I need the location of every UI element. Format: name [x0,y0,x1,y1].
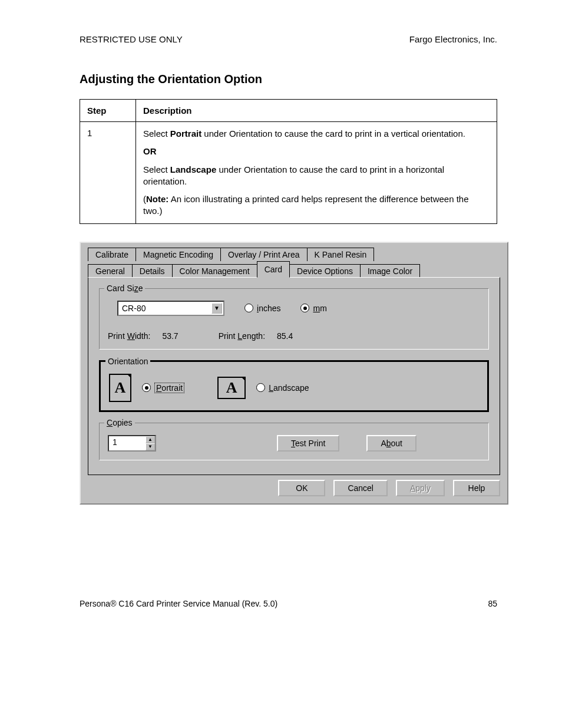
units-mm-radio[interactable]: mm [300,304,326,313]
tab-overlay-print-area[interactable]: Overlay / Print Area [220,248,307,261]
radio-icon [300,304,309,312]
radio-icon [256,383,265,392]
tabs-row-1: Calibrate Magnetic Encoding Overlay / Pr… [88,248,500,261]
tab-general[interactable]: General [88,264,133,278]
desc-portrait: Select Portrait under Orientation to cau… [143,128,490,140]
tab-calibrate[interactable]: Calibrate [88,248,136,261]
desc-or: OR [143,146,490,157]
table-row: 1 Select Portrait under Orientation to c… [80,122,497,224]
desc-landscape: Select Landscape under Orientation to ca… [143,164,490,188]
about-button[interactable]: About [366,435,416,452]
landscape-radio[interactable]: Landscape [256,383,309,393]
print-length-label: Print Length: [219,331,265,341]
orientation-group: Orientation A Portrait A Landscape [99,360,489,412]
col-description: Description [136,100,497,122]
chevron-down-icon[interactable]: ▼ [211,303,222,314]
dialog-buttons: OK Cancel Apply Help [88,480,500,496]
portrait-card-icon: A [109,374,131,402]
desc-note: (Note: An icon illustrating a printed ca… [143,193,490,218]
copies-legend: Copies [104,418,135,427]
card-size-value: CR-80 [122,304,146,313]
card-size-group: Card Size CR-80 ▼ inches mm [99,288,489,350]
landscape-card-icon: A [217,377,246,399]
cancel-button[interactable]: Cancel [333,480,388,496]
steps-table: Step Description 1 Select Portrait under… [80,99,497,224]
tab-color-management[interactable]: Color Management [172,264,257,278]
header-right: Fargo Electronics, Inc. [409,34,497,44]
card-size-dropdown[interactable]: CR-80 ▼ [117,301,224,316]
print-width-value: 53.7 [162,331,178,341]
test-print-button[interactable]: Test Print [277,435,339,452]
orientation-legend: Orientation [105,357,150,366]
card-size-legend: Card Size [104,284,145,293]
tab-k-panel-resin[interactable]: K Panel Resin [307,248,375,261]
help-button[interactable]: Help [453,480,500,496]
tabs-row-2: General Details Color Management Card De… [88,261,500,278]
radio-icon [142,383,151,392]
copies-value: 1 [109,436,146,450]
header-left: RESTRICTED USE ONLY [80,34,183,44]
spinner-down-icon[interactable]: ▼ [146,443,155,450]
copies-group: Copies 1 ▲ ▼ Test Print About [99,423,489,460]
footer-left: Persona® C16 Card Printer Service Manual… [80,599,277,608]
ok-button[interactable]: OK [278,480,325,496]
print-width-label: Print Width: [108,331,150,341]
apply-button[interactable]: Apply [396,480,445,496]
tab-details[interactable]: Details [132,264,173,278]
section-title: Adjusting the Orientation Option [80,73,497,86]
units-inches-radio[interactable]: inches [244,304,280,313]
copies-spinner[interactable]: 1 ▲ ▼ [108,435,156,452]
tab-magnetic-encoding[interactable]: Magnetic Encoding [135,248,221,261]
portrait-radio[interactable]: Portrait [142,383,184,393]
tab-card[interactable]: Card [257,261,290,278]
print-length-value: 85.4 [277,331,293,341]
col-step: Step [80,100,136,122]
tab-image-color[interactable]: Image Color [360,264,420,278]
tab-body-card: Card Size CR-80 ▼ inches mm [88,277,500,475]
radio-icon [244,304,253,312]
tab-device-options[interactable]: Device Options [289,264,361,278]
spinner-up-icon[interactable]: ▲ [146,436,155,443]
printer-dialog: Calibrate Magnetic Encoding Overlay / Pr… [80,242,508,505]
step-number: 1 [80,122,136,224]
footer-page-number: 85 [488,599,497,608]
